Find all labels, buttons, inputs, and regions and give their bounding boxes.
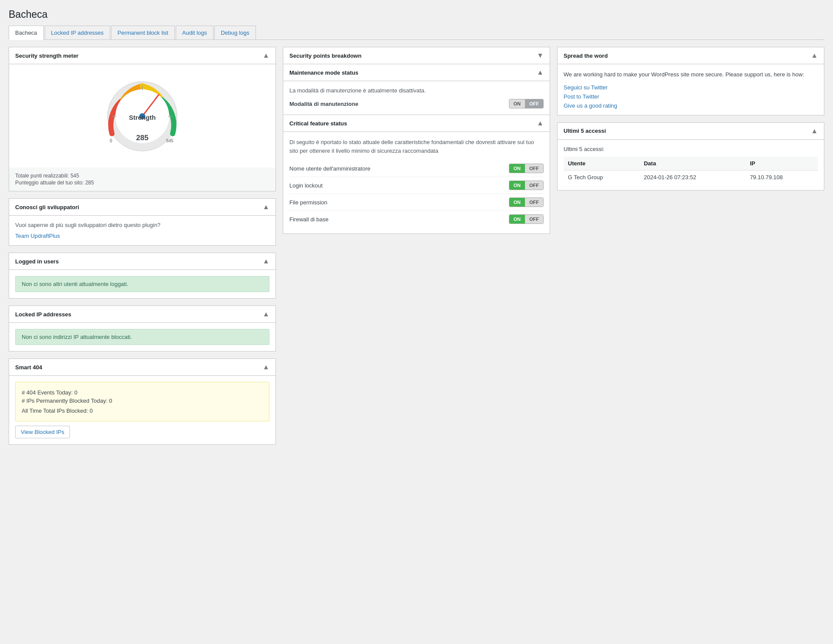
- collapse-icon-developers[interactable]: ▲: [262, 203, 269, 211]
- svg-text:0: 0: [110, 138, 112, 143]
- smart-404-title: Smart 404: [15, 364, 42, 371]
- feature-label-lockout: Login lockout: [289, 182, 323, 189]
- collapse-icon-locked-ip[interactable]: ▲: [262, 310, 269, 318]
- twitter-post-link[interactable]: Post to Twitter: [564, 93, 818, 100]
- logged-in-users-card: Logged in users ▲ Non ci sono altri uten…: [9, 253, 276, 299]
- last-accesses-title: Ultimi 5 accessi: [564, 128, 606, 134]
- feature-row-admin: Nome utente dell'amministratore ON OFF: [289, 160, 544, 177]
- smart-404-card: Smart 404 ▲ # 404 Events Today: 0 # IPs …: [9, 358, 276, 445]
- gauge-container: 0 545 Strength 285: [9, 64, 275, 164]
- toggle-file-perm[interactable]: ON OFF: [509, 197, 544, 207]
- collapse-icon-accesses[interactable]: ▲: [811, 127, 818, 135]
- toggle-on-label[interactable]: ON: [509, 99, 525, 108]
- tab-locked-ip[interactable]: Locked IP addresses: [45, 26, 110, 39]
- page-title: Bacheca: [9, 9, 824, 20]
- maintenance-description: La modalità di manutenzione è attualment…: [289, 87, 544, 94]
- tabs-nav: Bacheca Locked IP addresses Permanent bl…: [9, 26, 824, 40]
- gauge-svg: 0 545 Strength 285: [99, 73, 186, 160]
- locked-ip-card: Locked IP addresses ▲ Non ci sono indiri…: [9, 306, 276, 352]
- svg-text:545: 545: [166, 138, 174, 143]
- good-rating-link[interactable]: Give us a good rating: [564, 102, 818, 109]
- toggle-off-label[interactable]: OFF: [525, 99, 543, 108]
- feature-label-firewall: Firewall di base: [289, 216, 328, 223]
- svg-text:285: 285: [136, 134, 148, 142]
- toggle-off-admin[interactable]: OFF: [525, 164, 543, 173]
- feature-row-file-perm: File permission ON OFF: [289, 194, 544, 211]
- col-data: Data: [640, 157, 745, 171]
- collapse-icon-spread[interactable]: ▲: [811, 52, 818, 59]
- current-score-label: Punteggio attuale del tuo sito: 285: [15, 180, 269, 186]
- maintenance-mode-section: Maintenance mode status ▲ La modalità di…: [283, 64, 550, 115]
- last-accesses-card: Ultimi 5 accessi ▲ Ultimi 5 accessi: Ute…: [557, 122, 824, 191]
- developers-card: Conosci gli sviluppatori ▲ Vuoi saperne …: [9, 198, 276, 246]
- toggle-firewall[interactable]: ON OFF: [509, 214, 544, 224]
- feature-row-lockout: Login lockout ON OFF: [289, 177, 544, 194]
- collapse-icon-logged-users[interactable]: ▲: [262, 257, 269, 265]
- smart-404-stats: # 404 Events Today: 0 # IPs Permanently …: [15, 382, 269, 421]
- events-today: # 404 Events Today: 0: [22, 389, 263, 396]
- cell-data: 2024-01-26 07:23:52: [640, 170, 745, 184]
- col-utente: Utente: [564, 157, 640, 171]
- collapse-icon-security-points[interactable]: ▼: [537, 52, 544, 59]
- tab-debug-logs[interactable]: Debug logs: [214, 26, 256, 39]
- tab-bacheca[interactable]: Bacheca: [9, 26, 44, 40]
- maintenance-label: Modalità di manutenzione: [289, 101, 358, 107]
- score-info: Totale punti realizzabili: 545 Punteggio…: [9, 168, 275, 191]
- team-updraftplus-link[interactable]: Team UpdraftPlus: [15, 233, 60, 239]
- cell-utente: G Tech Group: [564, 170, 640, 184]
- security-points-title: Security points breakdown: [289, 53, 361, 59]
- table-header-row: Utente Data IP: [564, 157, 818, 171]
- collapse-icon-smart404[interactable]: ▲: [262, 363, 269, 371]
- total-score-label: Totale punti realizzabili: 545: [15, 173, 269, 179]
- all-time-blocked: All Time Total IPs Blocked: 0: [22, 407, 263, 414]
- col-ip: IP: [745, 157, 818, 171]
- critical-description: Di seguito è riportato lo stato attuale …: [289, 138, 544, 155]
- accesses-table: Utente Data IP G Tech Group 2024-01-26 0…: [564, 157, 818, 184]
- feature-label-file-perm: File permission: [289, 199, 327, 206]
- logged-in-users-title: Logged in users: [15, 258, 59, 265]
- collapse-icon-critical[interactable]: ▲: [537, 119, 544, 127]
- developers-title: Conosci gli sviluppatori: [15, 204, 79, 210]
- maintenance-mode-title: Maintenance mode status: [289, 69, 358, 76]
- ips-blocked-today: # IPs Permanently Blocked Today: 0: [22, 398, 263, 404]
- table-row: G Tech Group 2024-01-26 07:23:52 79.10.7…: [564, 170, 818, 184]
- twitter-follow-link[interactable]: Seguici su Twitter: [564, 84, 818, 91]
- critical-feature-title: Critical feature status: [289, 120, 347, 127]
- collapse-icon-maintenance[interactable]: ▲: [537, 69, 544, 76]
- toggle-on-admin[interactable]: ON: [509, 164, 525, 173]
- developers-description: Vuoi saperne di più sugli sviluppatori d…: [15, 222, 269, 228]
- feature-row-firewall: Firewall di base ON OFF: [289, 211, 544, 227]
- toggle-off-lockout[interactable]: OFF: [525, 181, 543, 190]
- toggle-lockout[interactable]: ON OFF: [509, 181, 544, 190]
- tab-audit-logs[interactable]: Audit logs: [176, 26, 213, 39]
- security-points-card: Security points breakdown ▼ Maintenance …: [283, 47, 550, 234]
- toggle-admin[interactable]: ON OFF: [509, 164, 544, 173]
- ultimi-subtitle: Ultimi 5 accessi:: [564, 146, 818, 152]
- security-strength-title: Security strength meter: [15, 53, 79, 59]
- tab-permanent-block[interactable]: Permanent block list: [111, 26, 175, 39]
- maintenance-mode-toggle[interactable]: ON OFF: [509, 99, 544, 108]
- cell-ip: 79.10.79.108: [745, 170, 818, 184]
- toggle-on-file-perm[interactable]: ON: [509, 198, 525, 207]
- toggle-on-lockout[interactable]: ON: [509, 181, 525, 190]
- security-strength-card: Security strength meter ▲: [9, 47, 276, 191]
- critical-feature-section: Critical feature status ▲ Di seguito è r…: [283, 115, 550, 233]
- toggle-on-firewall[interactable]: ON: [509, 215, 525, 223]
- view-blocked-ips-button[interactable]: View Blocked IPs: [15, 426, 70, 438]
- collapse-icon-strength[interactable]: ▲: [262, 52, 269, 59]
- spread-description: We are working hard to make your WordPre…: [564, 70, 818, 79]
- feature-label-admin: Nome utente dell'amministratore: [289, 165, 371, 172]
- svg-text:Strength: Strength: [129, 114, 156, 121]
- logged-in-users-message: Non ci sono altri utenti attualmente log…: [15, 276, 269, 292]
- locked-ip-title: Locked IP addresses: [15, 311, 71, 318]
- spread-word-title: Spread the word: [564, 53, 608, 59]
- spread-links: Seguici su Twitter Post to Twitter Give …: [564, 84, 818, 109]
- spread-word-card: Spread the word ▲ We are working hard to…: [557, 47, 824, 115]
- toggle-off-file-perm[interactable]: OFF: [525, 198, 543, 207]
- toggle-off-firewall[interactable]: OFF: [525, 215, 543, 223]
- locked-ip-message: Non ci sono indirizzi IP attualmente blo…: [15, 329, 269, 345]
